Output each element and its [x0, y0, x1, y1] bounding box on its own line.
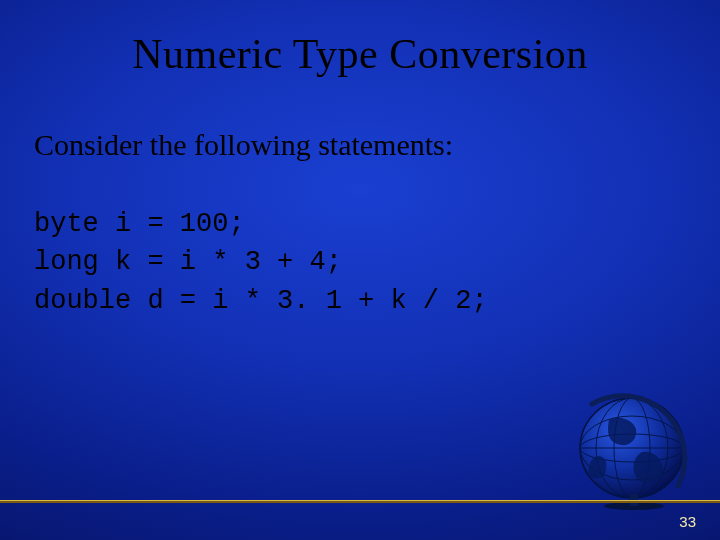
slide-subtitle: Consider the following statements: — [34, 128, 453, 162]
footer-divider — [0, 500, 720, 503]
code-line-2: long k = i * 3 + 4; — [34, 247, 342, 277]
globe-icon — [554, 360, 704, 510]
code-line-1: byte i = 100; — [34, 209, 245, 239]
slide-title: Numeric Type Conversion — [0, 30, 720, 78]
code-line-3: double d = i * 3. 1 + k / 2; — [34, 286, 488, 316]
slide: Numeric Type Conversion Consider the fol… — [0, 0, 720, 540]
page-number: 33 — [679, 513, 696, 530]
code-block: byte i = 100; long k = i * 3 + 4; double… — [34, 205, 488, 320]
